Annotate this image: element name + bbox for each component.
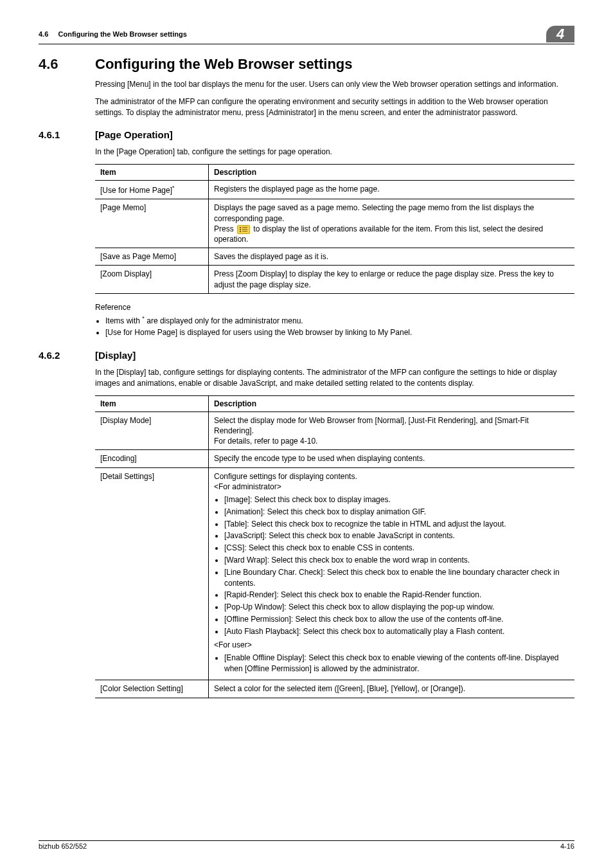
footer-left: bizhub 652/552 <box>39 842 87 850</box>
list-item: [Table]: Select this check box to recogn… <box>224 519 569 530</box>
subsection-number: 4.6.1 <box>39 129 77 140</box>
cell-desc: Press [Zoom Display] to display the key … <box>209 266 575 293</box>
cell-desc: Displays the page saved as a page memo. … <box>209 199 575 248</box>
table-row: [Use for Home Page]* Registers the displ… <box>95 181 574 199</box>
cell-desc: Select a color for the selected item ([G… <box>209 680 575 698</box>
cell-item: [Display Mode] <box>95 411 209 450</box>
list-item: [Rapid-Render]: Select this check box to… <box>224 590 569 601</box>
subsection-title: [Display] <box>95 350 136 361</box>
cell-item: [Save as Page Memo] <box>95 248 209 266</box>
list-item: [Ward Wrap]: Select this check box to en… <box>224 555 569 566</box>
user-list: [Enable Offline Display]: Select this ch… <box>214 653 569 674</box>
running-header: 4.6 Configuring the Web Browser settings… <box>39 26 574 44</box>
list-item: [Pop-Up Window]: Select this check box t… <box>224 602 569 613</box>
table-row: [Page Memo] Displays the page saved as a… <box>95 199 574 248</box>
header-section-title: Configuring the Web Browser settings <box>58 30 187 38</box>
header-section-number: 4.6 <box>39 30 48 38</box>
subsection-title: [Page Operation] <box>95 129 173 140</box>
paragraph: In the [Display] tab, configure settings… <box>95 367 574 389</box>
subsection-heading: 4.6.1 [Page Operation] <box>39 129 574 140</box>
cell-item: [Color Selection Setting] <box>95 680 209 698</box>
reference-label: Reference <box>95 303 574 312</box>
table-row: [Encoding] Specify the encode type to be… <box>95 450 574 467</box>
table-row: [Zoom Display] Press [Zoom Display] to d… <box>95 266 574 293</box>
paragraph: In the [Page Operation] tab, configure t… <box>95 147 574 158</box>
cell-item: [Zoom Display] <box>95 266 209 293</box>
list-item: [Use for Home Page] is displayed for use… <box>105 327 574 338</box>
col-header-desc: Description <box>209 395 575 411</box>
page: 4.6 Configuring the Web Browser settings… <box>0 0 613 868</box>
col-header-item: Item <box>95 395 209 411</box>
page-footer: bizhub 652/552 4-16 <box>39 840 574 850</box>
list-item: [JavaScript]: Select this check box to e… <box>224 530 569 541</box>
list-item: [CSS]: Select this check box to enable C… <box>224 543 569 554</box>
subsection-body: In the [Display] tab, configure settings… <box>95 367 574 698</box>
chapter-badge: 4 <box>546 26 574 42</box>
display-table: Item Description [Display Mode] Select t… <box>95 395 574 698</box>
col-header-desc: Description <box>209 165 575 181</box>
cell-item: [Encoding] <box>95 450 209 467</box>
list-item: [Auto Flash Playback]: Select this check… <box>224 626 569 637</box>
cell-desc: Saves the displayed page as it is. <box>209 248 575 266</box>
page-operation-table: Item Description [Use for Home Page]* Re… <box>95 164 574 294</box>
section-number: 4.6 <box>39 56 77 73</box>
reference-list: Items with * are displayed only for the … <box>95 314 574 339</box>
section-heading: 4.6 Configuring the Web Browser settings <box>39 56 574 73</box>
cell-desc: Configure settings for displaying conten… <box>209 467 575 680</box>
section-body: Pressing [Menu] in the tool bar displays… <box>95 79 574 118</box>
cell-item: [Page Memo] <box>95 199 209 248</box>
header-left: 4.6 Configuring the Web Browser settings <box>39 30 187 38</box>
list-item: [Image]: Select this check box to displa… <box>224 494 569 505</box>
footer-right: 4-16 <box>560 842 574 850</box>
admin-list: [Image]: Select this check box to displa… <box>214 494 569 637</box>
table-row: [Color Selection Setting] Select a color… <box>95 680 574 698</box>
list-icon <box>237 225 250 234</box>
table-row: [Display Mode] Select the display mode f… <box>95 411 574 450</box>
cell-item: [Detail Settings] <box>95 467 209 680</box>
table-row: [Save as Page Memo] Saves the displayed … <box>95 248 574 266</box>
section-title: Configuring the Web Browser settings <box>95 56 353 73</box>
footnote-star: * <box>172 185 175 191</box>
cell-desc: Select the display mode for Web Browser … <box>209 411 575 450</box>
list-item: Items with * are displayed only for the … <box>105 314 574 327</box>
list-item: [Offline Permission]: Select this check … <box>224 614 569 625</box>
cell-item: [Use for Home Page]* <box>95 181 209 199</box>
for-admin-label: <For administrator> <box>214 482 569 492</box>
list-item: [Animation]: Select this check box to di… <box>224 507 569 518</box>
list-item: [Enable Offline Display]: Select this ch… <box>224 653 569 674</box>
subsection-number: 4.6.2 <box>39 350 77 361</box>
col-header-item: Item <box>95 165 209 181</box>
for-user-label: <For user> <box>214 640 569 650</box>
detail-lead: Configure settings for displaying conten… <box>214 471 569 482</box>
list-item: [Line Boundary Char. Check]: Select this… <box>224 567 569 589</box>
paragraph: Pressing [Menu] in the tool bar displays… <box>95 79 574 90</box>
subsection-heading: 4.6.2 [Display] <box>39 350 574 361</box>
paragraph: The administrator of the MFP can configu… <box>95 96 574 118</box>
subsection-body: In the [Page Operation] tab, configure t… <box>95 147 574 338</box>
cell-desc: Specify the encode type to be used when … <box>209 450 575 467</box>
cell-desc: Registers the displayed page as the home… <box>209 181 575 199</box>
table-row: [Detail Settings] Configure settings for… <box>95 467 574 680</box>
